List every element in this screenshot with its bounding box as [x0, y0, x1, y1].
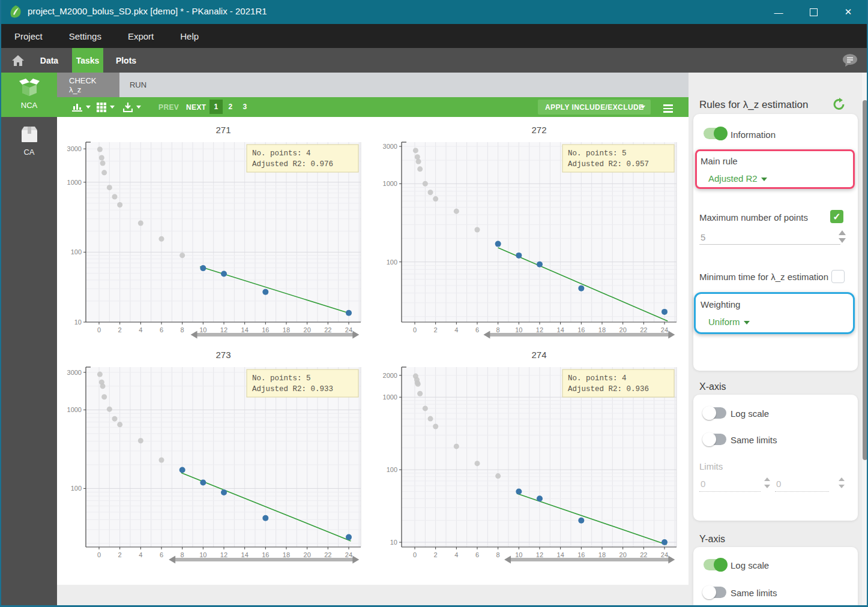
- included-data-point[interactable]: [221, 489, 227, 495]
- excluded-data-point[interactable]: [138, 221, 143, 226]
- included-data-point[interactable]: [200, 479, 206, 485]
- included-data-point[interactable]: [516, 489, 522, 495]
- chart-type-button[interactable]: [72, 97, 91, 117]
- excluded-data-point[interactable]: [101, 394, 107, 399]
- included-data-point[interactable]: [262, 289, 268, 295]
- menu-help[interactable]: Help: [167, 31, 212, 41]
- excluded-data-point[interactable]: [427, 190, 433, 195]
- max-points-spinner-down[interactable]: [839, 238, 846, 243]
- excluded-data-point[interactable]: [423, 405, 428, 411]
- excluded-data-point[interactable]: [454, 209, 459, 214]
- tab-data[interactable]: Data: [32, 48, 66, 73]
- home-icon[interactable]: [6, 48, 30, 73]
- excluded-data-point[interactable]: [117, 422, 122, 427]
- included-data-point[interactable]: [578, 518, 584, 524]
- included-data-point[interactable]: [221, 271, 227, 277]
- x-limit-max-spinner-up[interactable]: [839, 477, 845, 481]
- maximize-button[interactable]: [800, 0, 827, 24]
- excluded-data-point[interactable]: [107, 185, 112, 190]
- next-page-button[interactable]: NEXT: [186, 97, 206, 117]
- included-data-point[interactable]: [662, 539, 668, 545]
- subtab-run[interactable]: RUN: [119, 73, 157, 97]
- included-data-point[interactable]: [262, 515, 268, 521]
- plot-271[interactable]: 1010010003000024681012141618202224No. po…: [57, 117, 373, 342]
- excluded-data-point[interactable]: [158, 236, 164, 242]
- included-data-point[interactable]: [346, 534, 352, 540]
- excluded-data-point[interactable]: [495, 473, 501, 479]
- menu-project[interactable]: Project: [1, 31, 56, 41]
- excluded-data-point[interactable]: [474, 461, 480, 466]
- excluded-data-point[interactable]: [112, 194, 117, 200]
- excluded-data-point[interactable]: [423, 181, 428, 187]
- plot-273[interactable]: 10010003000024681012141618202224No. poin…: [57, 342, 373, 567]
- excluded-data-point[interactable]: [117, 202, 122, 208]
- included-data-point[interactable]: [578, 286, 584, 292]
- menu-export[interactable]: Export: [115, 31, 167, 41]
- excluded-data-point[interactable]: [97, 372, 103, 377]
- excluded-data-point[interactable]: [454, 444, 459, 449]
- minimize-button[interactable]: —: [765, 0, 792, 24]
- excluded-data-point[interactable]: [415, 154, 420, 160]
- excluded-data-point[interactable]: [427, 416, 433, 422]
- scrollbar-thumb[interactable]: [863, 100, 867, 460]
- prev-page-button[interactable]: PREV: [158, 97, 179, 117]
- included-data-point[interactable]: [495, 241, 501, 247]
- x-same-limits-toggle[interactable]: [704, 434, 726, 445]
- excluded-data-point[interactable]: [474, 227, 480, 233]
- excluded-data-point[interactable]: [97, 147, 103, 152]
- page-button-2[interactable]: 2: [224, 100, 237, 114]
- page-button-3[interactable]: 3: [238, 100, 252, 114]
- plot-272[interactable]: 10010003000024681012141618202224No. poin…: [373, 117, 689, 342]
- close-button[interactable]: ✕: [834, 0, 862, 24]
- sidebar-item-nca[interactable]: NCA: [1, 73, 57, 117]
- excluded-data-point[interactable]: [417, 391, 423, 396]
- excluded-data-point[interactable]: [107, 407, 112, 412]
- excluded-data-point[interactable]: [99, 155, 104, 160]
- included-data-point[interactable]: [537, 495, 543, 501]
- excluded-data-point[interactable]: [416, 159, 421, 164]
- excluded-data-point[interactable]: [179, 253, 185, 258]
- x-limit-min-spinner-up[interactable]: [764, 477, 770, 481]
- page-button-1[interactable]: 1: [209, 100, 223, 114]
- included-data-point[interactable]: [662, 309, 668, 315]
- feedback-bubble-icon[interactable]: [839, 48, 861, 73]
- excluded-data-point[interactable]: [101, 170, 107, 175]
- excluded-data-point[interactable]: [100, 383, 106, 389]
- excluded-data-point[interactable]: [433, 196, 438, 202]
- max-points-spinner-up[interactable]: [839, 230, 846, 235]
- plot-274[interactable]: 1010010002000024681012141618202224No. po…: [373, 342, 689, 567]
- reset-icon[interactable]: [833, 98, 846, 111]
- grid-layout-button[interactable]: [97, 97, 115, 117]
- tab-plots[interactable]: Plots: [109, 48, 143, 73]
- included-data-point[interactable]: [537, 262, 543, 268]
- excluded-data-point[interactable]: [417, 166, 423, 172]
- excluded-data-point[interactable]: [433, 423, 438, 429]
- included-data-point[interactable]: [516, 253, 522, 259]
- min-time-checkbox[interactable]: [831, 270, 845, 283]
- included-data-point[interactable]: [179, 467, 185, 473]
- max-points-checkbox[interactable]: ✓: [830, 210, 843, 223]
- excluded-data-point[interactable]: [415, 381, 421, 387]
- tab-tasks[interactable]: Tasks: [72, 48, 103, 73]
- weighting-dropdown[interactable]: Uniform: [708, 317, 750, 327]
- x-limit-max-spinner-down[interactable]: [839, 485, 845, 488]
- export-plot-button[interactable]: [123, 97, 141, 117]
- lambda-z-range-slider[interactable]: [191, 331, 360, 339]
- sidebar-item-ca[interactable]: CA: [1, 121, 57, 163]
- excluded-data-point[interactable]: [138, 438, 143, 443]
- excluded-data-point[interactable]: [100, 161, 106, 166]
- information-toggle[interactable]: [704, 128, 726, 139]
- main-rule-dropdown[interactable]: Adjusted R2: [708, 173, 767, 184]
- x-log-scale-toggle[interactable]: [704, 407, 726, 419]
- included-data-point[interactable]: [346, 310, 352, 316]
- excluded-data-point[interactable]: [413, 148, 418, 153]
- menu-settings[interactable]: Settings: [56, 31, 115, 41]
- y-log-scale-toggle[interactable]: [704, 559, 726, 570]
- x-limit-min-spinner-down[interactable]: [764, 485, 770, 488]
- y-same-limits-toggle[interactable]: [704, 587, 726, 598]
- excluded-data-point[interactable]: [158, 457, 164, 462]
- subtab-check-lambda-z[interactable]: CHECK λ_z: [57, 73, 119, 97]
- excluded-data-point[interactable]: [112, 416, 117, 422]
- lambda-z-range-slider[interactable]: [504, 556, 675, 564]
- apply-include-exclude-button[interactable]: APPLY INCLUDE/EXCLUDE: [538, 100, 651, 115]
